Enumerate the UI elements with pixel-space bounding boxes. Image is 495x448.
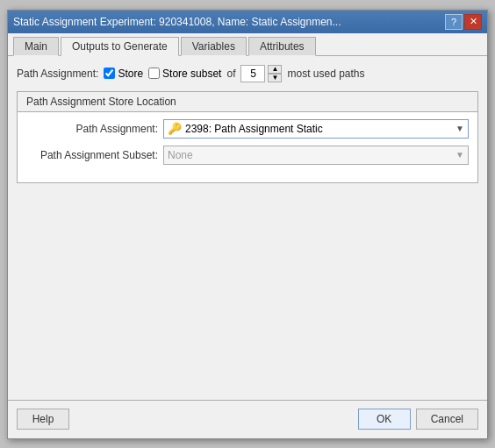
subset-row: Path Assignment Subset: None ▼ (26, 146, 469, 165)
assignment-dropdown[interactable]: 🔑 2398: Path Assignment Static ▼ (163, 119, 469, 139)
cancel-button[interactable]: Cancel (416, 409, 478, 430)
spin-down-btn[interactable]: ▼ (268, 74, 282, 82)
store-subset-wrapper: Store subset (148, 68, 221, 80)
help-button[interactable]: Help (17, 409, 69, 430)
subset-label: Path Assignment Subset: (26, 149, 158, 161)
store-subset-checkbox[interactable] (148, 68, 160, 79)
store-checkbox-wrapper: Store (104, 68, 143, 80)
tab-outputs[interactable]: Outputs to Generate (61, 37, 179, 56)
store-label: Store (118, 68, 143, 80)
assignment-label: Path Assignment: (26, 123, 158, 135)
close-title-btn[interactable]: ✕ (464, 14, 482, 30)
path-assignment-options-row: Path Assignment: Store Store subset of ▲… (17, 65, 478, 82)
footer: Help OK Cancel (8, 400, 487, 438)
key-icon: 🔑 (168, 122, 182, 135)
of-label: of (226, 68, 235, 80)
tab-variables[interactable]: Variables (181, 37, 247, 56)
group-box: Path Assignment Store Location Path Assi… (17, 91, 478, 183)
content-area: Path Assignment: Store Store subset of ▲… (8, 56, 487, 400)
store-subset-label: Store subset (162, 68, 221, 80)
ok-button[interactable]: OK (358, 409, 411, 430)
spin-buttons: ▲ ▼ (268, 65, 282, 82)
assignment-dropdown-text: 🔑 2398: Path Assignment Static (168, 122, 323, 135)
subset-dropdown-text: None (168, 149, 193, 161)
footer-right-buttons: OK Cancel (358, 409, 478, 430)
help-title-btn[interactable]: ? (445, 14, 463, 30)
window-title: Static Assignment Experiment: 920341008,… (13, 16, 445, 28)
title-bar-buttons: ? ✕ (445, 14, 482, 30)
most-used-paths-label: most used paths (287, 68, 364, 80)
subset-dropdown[interactable]: None ▼ (163, 146, 469, 165)
group-box-title: Path Assignment Store Location (18, 92, 477, 112)
assignment-value: 2398: Path Assignment Static (185, 123, 323, 135)
title-bar: Static Assignment Experiment: 920341008,… (8, 11, 487, 33)
subset-dropdown-arrow: ▼ (456, 150, 464, 160)
subset-value: None (168, 149, 193, 161)
assignment-dropdown-arrow: ▼ (456, 124, 464, 133)
tab-main[interactable]: Main (13, 37, 59, 56)
spin-box: ▲ ▼ (240, 65, 282, 82)
tab-attributes[interactable]: Attributes (248, 37, 316, 56)
spin-input[interactable] (240, 65, 265, 82)
tab-bar: Main Outputs to Generate Variables Attri… (8, 33, 487, 56)
path-assignment-options-label: Path Assignment: (17, 68, 98, 80)
assignment-row: Path Assignment: 🔑 2398: Path Assignment… (26, 119, 469, 139)
spin-up-btn[interactable]: ▲ (268, 65, 282, 74)
store-checkbox[interactable] (104, 68, 115, 79)
dialog-window: Static Assignment Experiment: 920341008,… (7, 10, 488, 439)
